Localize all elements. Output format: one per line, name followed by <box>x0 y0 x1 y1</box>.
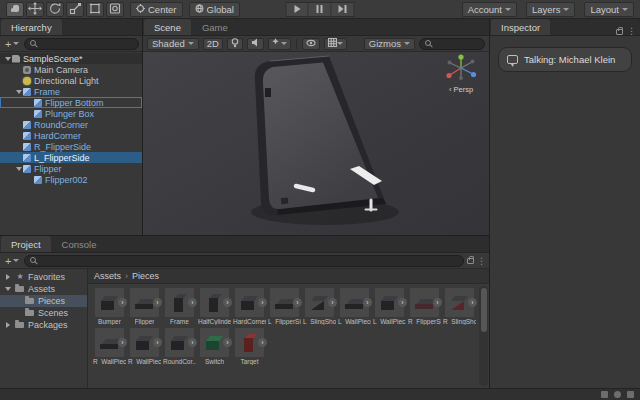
asset-thumbnail[interactable] <box>445 288 474 317</box>
asset-item[interactable]: R_WallPiece <box>94 328 125 365</box>
scene-viewport[interactable]: ‹ Persp <box>143 52 489 235</box>
folder-row[interactable]: Pieces <box>0 295 87 307</box>
folder-row[interactable]: Scenes <box>0 307 87 319</box>
cache-server-icon[interactable] <box>627 391 634 398</box>
tab-inspector[interactable]: Inspector <box>491 19 550 35</box>
hierarchy-row[interactable]: Flipper Bottom <box>0 97 142 108</box>
asset-thumbnail[interactable] <box>340 288 369 317</box>
asset-thumbnail[interactable] <box>305 288 334 317</box>
expander-icon[interactable] <box>3 57 12 61</box>
projection-toggle[interactable]: ‹ Persp <box>439 85 483 94</box>
lock-icon[interactable] <box>616 29 623 35</box>
scene-visibility-button[interactable] <box>302 38 320 50</box>
hierarchy-row[interactable]: Plunger Box <box>0 108 142 119</box>
pinball-table-model[interactable] <box>143 52 489 235</box>
asset-thumbnail[interactable] <box>375 288 404 317</box>
hierarchy-row[interactable]: Main Camera <box>0 64 142 75</box>
asset-item[interactable]: L_FlipperSi... <box>269 288 300 325</box>
prefab-open-arrow-icon[interactable] <box>118 298 127 307</box>
step-button[interactable] <box>332 2 355 17</box>
pause-button[interactable] <box>309 2 332 17</box>
prefab-open-arrow-icon[interactable] <box>328 298 337 307</box>
grid-dropdown[interactable] <box>324 38 347 50</box>
asset-item[interactable]: R_WallPiec... <box>129 328 160 365</box>
asset-item[interactable]: Switch <box>199 328 230 365</box>
prefab-open-arrow-icon[interactable] <box>433 298 442 307</box>
draw-mode-dropdown[interactable]: Shaded <box>147 38 199 50</box>
2d-toggle-button[interactable]: 2D <box>203 38 223 50</box>
prefab-open-arrow-icon[interactable] <box>118 338 127 347</box>
project-search[interactable] <box>24 255 464 267</box>
asset-thumbnail[interactable] <box>130 328 159 357</box>
scene-header-row[interactable]: SampleScene* <box>0 53 142 64</box>
wall-piece-model[interactable] <box>265 88 271 97</box>
folder-row[interactable]: Favorites <box>0 271 87 283</box>
expander-icon[interactable] <box>14 167 23 171</box>
axis-gizmo-icon[interactable] <box>441 53 481 85</box>
gizmos-dropdown[interactable]: Gizmos <box>364 38 415 50</box>
panel-menu-icon[interactable] <box>627 27 636 35</box>
hierarchy-row[interactable]: RoundCorner <box>0 119 142 130</box>
vertical-scrollbar[interactable] <box>479 286 488 386</box>
prefab-open-arrow-icon[interactable] <box>363 298 372 307</box>
scale-tool-button[interactable] <box>66 2 84 17</box>
asset-thumbnail[interactable] <box>235 288 264 317</box>
hierarchy-row[interactable]: Directional Light <box>0 75 142 86</box>
prefab-open-arrow-icon[interactable] <box>258 298 267 307</box>
prefab-open-arrow-icon[interactable] <box>258 338 267 347</box>
asset-item[interactable]: Target <box>234 328 265 365</box>
asset-thumbnail[interactable] <box>165 328 194 357</box>
hierarchy-row[interactable]: Flipper002 <box>0 174 142 185</box>
folder-row[interactable]: Assets <box>0 283 87 295</box>
rotate-tool-button[interactable] <box>46 2 64 17</box>
hierarchy-row[interactable]: HardCorner <box>0 130 142 141</box>
hierarchy-row[interactable]: Flipper <box>0 163 142 174</box>
hierarchy-row[interactable]: R_FlipperSide <box>0 141 142 152</box>
asset-thumbnail[interactable] <box>95 328 124 357</box>
asset-thumbnail[interactable] <box>270 288 299 317</box>
prefab-open-arrow-icon[interactable] <box>398 298 407 307</box>
scene-search-input[interactable] <box>435 39 479 49</box>
prefab-open-arrow-icon[interactable] <box>188 338 197 347</box>
rect-tool-button[interactable] <box>86 2 104 17</box>
asset-item[interactable]: Flipper <box>129 288 160 325</box>
create-asset-button[interactable] <box>3 256 21 266</box>
asset-thumbnail[interactable] <box>95 288 124 317</box>
asset-thumbnail[interactable] <box>165 288 194 317</box>
project-search-input[interactable] <box>40 256 458 266</box>
expander-icon[interactable] <box>3 322 12 328</box>
asset-item[interactable]: L_WallPiece <box>339 288 370 325</box>
asset-thumbnail[interactable] <box>410 288 439 317</box>
prefab-open-arrow-icon[interactable] <box>293 298 302 307</box>
breadcrumb-root[interactable]: Assets <box>94 271 121 281</box>
scene-audio-button[interactable] <box>247 38 264 50</box>
expander-icon[interactable] <box>3 274 12 280</box>
transform-tool-button[interactable] <box>106 2 124 17</box>
tab-hierarchy[interactable]: Hierarchy <box>1 19 62 35</box>
asset-item[interactable]: HardCorner <box>234 288 265 325</box>
asset-thumbnail[interactable] <box>130 288 159 317</box>
tab-project[interactable]: Project <box>1 236 51 252</box>
hierarchy-search[interactable] <box>24 38 139 50</box>
asset-thumbnail[interactable] <box>200 328 229 357</box>
asset-item[interactable]: HalfCylinder <box>199 288 230 325</box>
tab-scene[interactable]: Scene <box>144 19 191 35</box>
layers-dropdown[interactable]: Layers <box>526 2 576 17</box>
prefab-open-arrow-icon[interactable] <box>223 298 232 307</box>
asset-thumbnail[interactable] <box>235 328 264 357</box>
asset-thumbnail[interactable] <box>200 288 229 317</box>
asset-item[interactable]: L_SlingShot <box>304 288 335 325</box>
prefab-open-arrow-icon[interactable] <box>468 298 477 307</box>
asset-item[interactable]: Bumper <box>94 288 125 325</box>
scene-lighting-button[interactable] <box>227 38 243 50</box>
asset-item[interactable]: RoundCor... <box>164 328 195 365</box>
console-log-icon[interactable] <box>601 391 608 398</box>
tab-console[interactable]: Console <box>52 236 107 252</box>
breadcrumb-current[interactable]: Pieces <box>132 271 159 281</box>
asset-item[interactable]: L_WallPiec... <box>374 288 405 325</box>
lock-icon[interactable] <box>467 258 474 264</box>
effects-dropdown[interactable] <box>268 38 291 50</box>
activity-indicator-icon[interactable] <box>614 391 621 398</box>
hand-tool-button[interactable] <box>6 2 24 17</box>
scene-orientation-gizmo[interactable]: ‹ Persp <box>439 53 483 94</box>
